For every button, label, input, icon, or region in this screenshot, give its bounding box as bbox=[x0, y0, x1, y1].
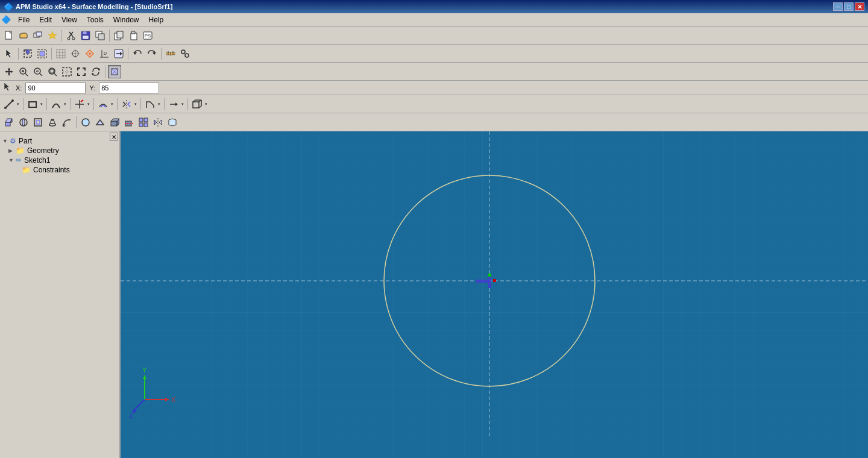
svg-point-76 bbox=[11, 99, 14, 102]
svg-rect-124 bbox=[488, 274, 491, 277]
zoom-out-button[interactable] bbox=[31, 65, 45, 78]
undo-btn[interactable] bbox=[131, 47, 144, 60]
offset-button[interactable] bbox=[96, 98, 110, 111]
solid-button[interactable] bbox=[108, 116, 121, 129]
close-button[interactable]: ✕ bbox=[855, 2, 864, 11]
view3d-dropdown[interactable]: ▾ bbox=[204, 98, 209, 111]
offset-dropdown[interactable]: ▾ bbox=[110, 98, 115, 111]
view3d-button[interactable] bbox=[190, 98, 204, 111]
title-bar-controls: ─ □ ✕ bbox=[833, 2, 864, 11]
shell-button[interactable] bbox=[31, 116, 45, 129]
sep1 bbox=[76, 116, 77, 128]
pastespecial-button[interactable]: PS bbox=[141, 29, 154, 42]
cut-button[interactable] bbox=[64, 29, 78, 42]
redo-btn[interactable] bbox=[145, 47, 159, 60]
sidebar-close-button[interactable]: ✕ bbox=[110, 133, 118, 141]
part-label: Part bbox=[19, 137, 32, 145]
rectangle-button[interactable] bbox=[26, 98, 39, 111]
select-button[interactable] bbox=[2, 47, 16, 60]
chamfer-dropdown[interactable]: ▾ bbox=[157, 98, 162, 111]
trim-dropdown[interactable]: ▾ bbox=[86, 98, 91, 111]
menu-help[interactable]: Help bbox=[144, 14, 169, 25]
svg-line-56 bbox=[40, 74, 42, 76]
pattern-button[interactable] bbox=[137, 116, 150, 129]
tree-item-part[interactable]: ▼ ⚙ Part bbox=[2, 136, 117, 146]
pan-button[interactable] bbox=[2, 65, 16, 78]
sep2 bbox=[109, 30, 110, 42]
svg-line-74 bbox=[5, 101, 13, 108]
viewport[interactable]: X Y Z bbox=[121, 131, 868, 458]
sheet-button[interactable] bbox=[166, 116, 179, 129]
copy-button[interactable] bbox=[112, 29, 125, 42]
extend-dropdown[interactable]: ▾ bbox=[180, 98, 185, 111]
saveas-button[interactable] bbox=[93, 29, 107, 42]
wireframe-button[interactable] bbox=[108, 65, 121, 78]
select-filter-button[interactable] bbox=[21, 47, 34, 60]
zoom-all-button[interactable] bbox=[46, 65, 59, 78]
minimize-button[interactable]: ─ bbox=[833, 2, 843, 11]
svg-rect-112 bbox=[144, 123, 148, 127]
fit-button[interactable] bbox=[75, 65, 88, 78]
line-dropdown[interactable]: ▾ bbox=[16, 98, 20, 111]
extrude-button[interactable] bbox=[2, 116, 16, 129]
chamfer-group: ▾ bbox=[143, 98, 162, 111]
open-button[interactable] bbox=[17, 29, 30, 42]
modify-btn[interactable] bbox=[112, 47, 125, 60]
tree-item-constraints[interactable]: ▶ 📁 Constraints bbox=[2, 165, 117, 175]
svg-marker-115 bbox=[159, 120, 162, 125]
svg-text:PS: PS bbox=[145, 33, 151, 39]
constraint-btn[interactable] bbox=[83, 47, 96, 60]
select-all-button[interactable] bbox=[36, 47, 49, 60]
revolve-button[interactable] bbox=[17, 116, 30, 129]
x-input[interactable] bbox=[25, 83, 86, 93]
mirror3d-button[interactable] bbox=[151, 116, 165, 129]
save-button[interactable] bbox=[79, 29, 92, 42]
y-input[interactable] bbox=[99, 83, 159, 93]
properties-btn[interactable] bbox=[178, 47, 192, 60]
arc-button[interactable] bbox=[49, 98, 63, 111]
line-button[interactable] bbox=[2, 98, 16, 111]
sketch-grid-button[interactable] bbox=[54, 47, 68, 60]
svg-marker-67 bbox=[83, 73, 86, 76]
planar-button[interactable] bbox=[93, 116, 107, 129]
zoom-in-button[interactable] bbox=[17, 65, 30, 78]
chamfer-button[interactable] bbox=[143, 98, 157, 111]
menu-view[interactable]: View bbox=[57, 14, 82, 25]
cut3d-button[interactable] bbox=[122, 116, 136, 129]
expand-sketch1[interactable]: ▼ bbox=[8, 157, 14, 163]
arc-dropdown[interactable]: ▾ bbox=[63, 98, 68, 111]
menu-edit[interactable]: Edit bbox=[34, 14, 57, 25]
loft-button[interactable] bbox=[46, 116, 59, 129]
sep3 bbox=[70, 98, 71, 110]
extend-button[interactable] bbox=[167, 98, 180, 111]
svg-point-7 bbox=[68, 37, 70, 40]
zoom-box-button[interactable] bbox=[60, 65, 74, 78]
menu-file[interactable]: File bbox=[13, 14, 34, 25]
trim-button[interactable] bbox=[73, 98, 86, 111]
menu-window[interactable]: Window bbox=[108, 14, 144, 25]
expand-geometry[interactable]: ▶ bbox=[8, 148, 14, 154]
wizard-button[interactable] bbox=[46, 29, 59, 42]
browse-button[interactable] bbox=[31, 29, 45, 42]
expand-part[interactable]: ▼ bbox=[2, 138, 8, 144]
svg-rect-96 bbox=[36, 121, 40, 124]
mirror-dropdown[interactable]: ▾ bbox=[133, 98, 138, 111]
paste-button[interactable] bbox=[127, 29, 140, 42]
dimension-btn[interactable]: D bbox=[98, 47, 111, 60]
sweep-button[interactable] bbox=[60, 116, 74, 129]
snap-button[interactable] bbox=[69, 47, 82, 60]
line-group: ▾ bbox=[2, 98, 20, 111]
mirror-button[interactable] bbox=[120, 98, 133, 111]
rect-dropdown[interactable]: ▾ bbox=[39, 98, 44, 111]
rotate-view-button[interactable] bbox=[89, 65, 102, 78]
measure-btn[interactable] bbox=[164, 47, 177, 60]
tree-item-sketch1[interactable]: ▼ ✏ Sketch1 bbox=[2, 155, 117, 165]
maximize-button[interactable]: □ bbox=[844, 2, 854, 11]
tree-item-geometry[interactable]: ▶ 📁 Geometry bbox=[2, 146, 117, 155]
menu-tools[interactable]: Tools bbox=[82, 14, 108, 25]
circle-surface-button[interactable] bbox=[79, 116, 92, 129]
svg-point-94 bbox=[22, 119, 25, 126]
app-icon: 🔷 bbox=[4, 2, 13, 11]
new-button[interactable] bbox=[2, 29, 16, 42]
trim-group: ▾ bbox=[73, 98, 91, 111]
